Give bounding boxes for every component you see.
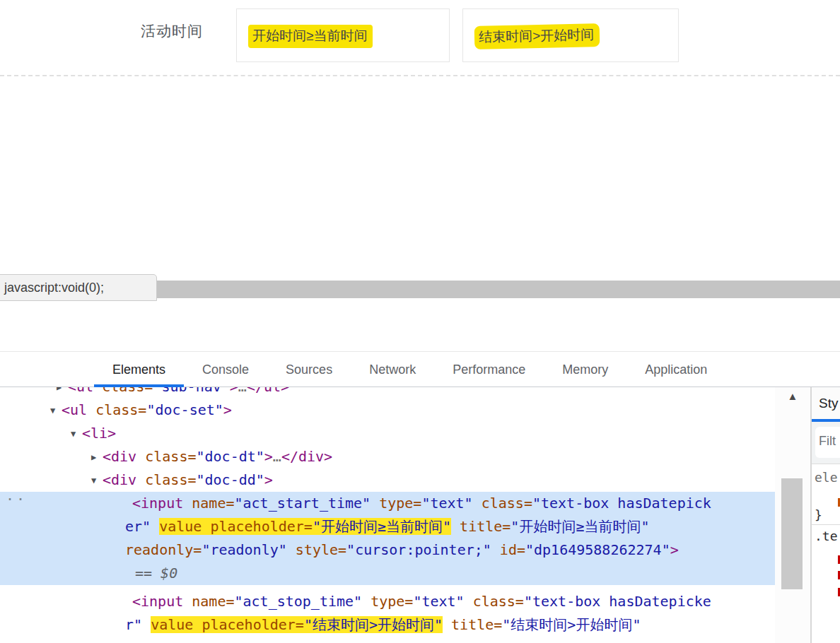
- code-segment: "sub-nav": [153, 387, 229, 395]
- code-segment: "doc-dd": [196, 471, 264, 488]
- code-segment: <ul: [68, 387, 93, 395]
- code-segment: value placeholder=: [159, 518, 313, 535]
- styles-section-divider: [812, 524, 840, 525]
- tree-line[interactable]: ▶<div class="doc-dt">…</div>: [0, 445, 775, 468]
- code-segment: title=: [451, 518, 511, 535]
- code-segment: "doc-dt": [196, 448, 264, 465]
- code-segment: name=: [183, 495, 234, 512]
- code-segment: …: [238, 387, 247, 395]
- tree-line[interactable]: ▼<ul class="doc-set">: [0, 399, 775, 422]
- tree-line[interactable]: ··<input name="act_start_time" type="tex…: [0, 492, 775, 515]
- start-time-input[interactable]: 开始时间≥当前时间: [236, 8, 450, 62]
- code-segment: "text-box hasDatepick: [532, 495, 711, 512]
- code-segment: <li>: [82, 425, 116, 442]
- textbox-css-rule[interactable]: .te: [815, 529, 838, 543]
- tree-line[interactable]: r" value placeholder="结束时间>开始时间" title="…: [0, 613, 775, 637]
- devtools-tabs: ElementsConsoleSourcesNetworkPerformance…: [94, 352, 725, 387]
- rule-closing-brace[interactable]: }: [815, 507, 822, 522]
- code-segment: "text": [413, 593, 464, 610]
- scroll-up-arrow-icon[interactable]: ▲: [775, 390, 810, 402]
- code-segment: r": [125, 616, 142, 633]
- devtools-infobar: i DevTools is now available in Chinese! …: [0, 301, 840, 351]
- tree-line[interactable]: <input name="act_stop_time" type="text" …: [0, 590, 775, 613]
- code-segment: type=: [371, 495, 421, 512]
- expand-arrow-icon[interactable]: ▼: [91, 469, 96, 492]
- styles-sidebar: Sty Filt ele } .te: [812, 387, 840, 643]
- scrollbar-thumb[interactable]: [781, 478, 803, 589]
- code-segment: er": [125, 518, 151, 535]
- code-segment: name=: [183, 593, 234, 610]
- tab-elements[interactable]: Elements: [94, 352, 184, 387]
- tab-performance[interactable]: Performance: [434, 352, 544, 387]
- tree-line[interactable]: == $0: [0, 562, 775, 585]
- styles-filter-placeholder: Filt: [819, 434, 836, 449]
- styles-filter-input[interactable]: Filt: [815, 427, 840, 458]
- expand-arrow-icon[interactable]: ▼: [50, 399, 55, 423]
- code-segment: "text": [421, 495, 472, 512]
- code-segment: "cursor:pointer;": [346, 541, 491, 558]
- elements-scrollbar[interactable]: ▲: [775, 387, 810, 643]
- code-segment: "dp1649588262274": [525, 541, 670, 558]
- tab-network[interactable]: Network: [351, 352, 434, 387]
- code-segment: [151, 518, 159, 535]
- code-segment: class=: [93, 387, 153, 395]
- tab-application[interactable]: Application: [626, 352, 725, 387]
- link-status-bubble: javascript:void(0);: [0, 274, 157, 301]
- code-segment: type=: [362, 593, 413, 610]
- styles-filter-row: Filt: [812, 422, 840, 464]
- code-segment: [142, 616, 151, 633]
- code-segment: class=: [465, 593, 524, 610]
- code-segment: "开始时间≥当前时间": [511, 518, 649, 535]
- code-segment: "act_stop_time": [235, 593, 363, 610]
- code-segment: "text-box hasDatepicke: [524, 593, 711, 610]
- tab-console[interactable]: Console: [184, 352, 267, 387]
- code-segment: "结束时间>开始时间": [502, 616, 641, 633]
- tab-memory[interactable]: Memory: [544, 352, 626, 387]
- styles-tabstrip: Sty: [812, 387, 840, 422]
- code-segment: >: [223, 401, 232, 418]
- code-segment: >: [264, 471, 273, 488]
- code-segment: class=: [473, 495, 532, 512]
- code-segment: "开始时间≥当前时间": [313, 518, 451, 535]
- code-segment: >: [264, 448, 273, 465]
- start-time-placeholder-highlight: 开始时间≥当前时间: [248, 25, 373, 48]
- devtools-main: ▶<ul class="sub-nav">…</ul>▼<ul class="d…: [0, 387, 840, 643]
- code-segment: style=: [287, 541, 346, 558]
- code-segment: "readonly": [202, 541, 286, 558]
- activity-time-label: 活动时间: [141, 21, 203, 41]
- code-segment: class=: [136, 471, 196, 488]
- element-style-rule[interactable]: ele: [815, 470, 838, 485]
- expand-arrow-icon[interactable]: ▼: [71, 423, 76, 446]
- collapse-arrow-icon[interactable]: ▶: [57, 387, 62, 399]
- code-segment: </div>: [281, 448, 332, 465]
- screen: 活动时间 开始时间≥当前时间 结束时间>开始时间 javascript:void…: [0, 0, 840, 643]
- code-segment: readonly=: [125, 541, 202, 558]
- elements-tree: ▶<ul class="sub-nav">…</ul>▼<ul class="d…: [0, 387, 775, 643]
- code-segment: <div: [103, 448, 136, 465]
- tree-line[interactable]: ▼<li>: [0, 422, 775, 445]
- selected-node-gutter-marker: ··: [6, 488, 27, 511]
- code-segment: class=: [87, 401, 146, 418]
- tab-sources[interactable]: Sources: [267, 352, 351, 387]
- tree-line[interactable]: ▶<ul class="sub-nav">…</ul>: [0, 387, 775, 399]
- collapse-arrow-icon[interactable]: ▶: [91, 446, 96, 469]
- code-segment: <div: [103, 471, 136, 488]
- code-segment: <ul: [62, 401, 87, 418]
- code-segment: <input: [132, 593, 183, 610]
- end-time-placeholder-highlight: 结束时间>开始时间: [474, 23, 600, 49]
- code-segment: "act_start_time": [235, 495, 371, 512]
- code-segment: == $0: [135, 565, 177, 582]
- code-segment: id=: [491, 541, 525, 558]
- tree-line[interactable]: readonly="readonly" style="cursor:pointe…: [0, 538, 775, 562]
- dashed-divider: [0, 75, 840, 76]
- code-segment: >: [230, 387, 238, 395]
- tab-styles[interactable]: Sty: [819, 396, 838, 411]
- devtools-toolbar: ElementsConsoleSourcesNetworkPerformance…: [0, 351, 840, 387]
- tree-line[interactable]: ▼<div class="doc-dd">: [0, 468, 775, 492]
- code-segment: value placeholder=: [151, 616, 304, 633]
- code-segment: …: [273, 448, 281, 465]
- tree-line[interactable]: er" value placeholder="开始时间≥当前时间" title=…: [0, 515, 775, 538]
- end-time-input[interactable]: 结束时间>开始时间: [462, 8, 679, 62]
- code-segment: <input: [132, 495, 183, 512]
- code-segment: </ul>: [247, 387, 289, 395]
